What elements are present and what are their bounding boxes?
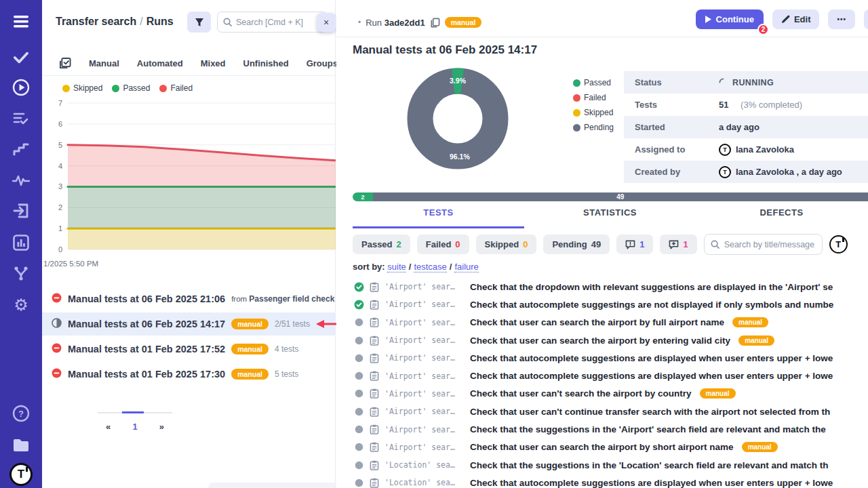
run-source: from Passenger field check xyxy=(231,294,334,304)
test-title[interactable]: Check that the suggestions in the 'Airpo… xyxy=(470,424,826,434)
test-list-item[interactable]: 'Location' sea… Check that the suggestio… xyxy=(336,456,868,474)
filter-pending-button[interactable]: Pending49 xyxy=(543,235,610,254)
run-tests-count: 5 tests xyxy=(275,369,298,379)
check-icon[interactable] xyxy=(12,49,30,66)
tab-manual[interactable]: Manual xyxy=(89,58,119,68)
folder-icon[interactable] xyxy=(12,436,30,454)
test-list-item[interactable]: 'Airport' sear… Check that the suggestio… xyxy=(336,420,868,438)
test-title[interactable]: Check that user can't search the airport… xyxy=(470,388,692,399)
run-list-item[interactable]: Manual tests at 06 Feb 2025 14:17 manual… xyxy=(42,312,336,336)
more-actions-button[interactable]: ••• xyxy=(828,9,855,29)
test-list-item[interactable]: 'Location' sea… Check that autocomplete … xyxy=(336,474,868,488)
legend-passed: Passed xyxy=(573,78,614,87)
tab-tests[interactable]: TESTS xyxy=(353,207,524,228)
test-suite-name: 'Airport' sear… xyxy=(384,425,465,434)
tests-search-input[interactable] xyxy=(724,240,816,249)
test-list-item[interactable]: 'Airport' sear… Check that user can't co… xyxy=(336,403,868,420)
help-icon[interactable]: ? xyxy=(12,405,30,422)
continue-button[interactable]: Continue 2 xyxy=(696,9,764,29)
test-list-item[interactable]: 'Airport' sear… Check that user can sear… xyxy=(336,331,868,349)
filter-skipped-button[interactable]: Skipped0 xyxy=(476,235,537,254)
search-close-button[interactable]: × xyxy=(317,13,336,32)
tab-mixed[interactable]: Mixed xyxy=(201,58,226,68)
branch-icon[interactable] xyxy=(12,265,30,283)
activity-icon[interactable] xyxy=(12,171,30,189)
test-list-item[interactable]: 'Airport' sear… Check that user can sear… xyxy=(336,439,868,456)
breadcrumb-project[interactable]: Transfer search xyxy=(56,16,136,27)
legend-passed[interactable]: Passed xyxy=(112,83,150,93)
run-list-item[interactable]: Manual tests at 06 Feb 2025 21:06 from P… xyxy=(42,287,336,310)
test-suite-name: 'Location' sea… xyxy=(384,478,465,487)
sort-by-suite[interactable]: suite xyxy=(387,262,406,272)
test-title[interactable]: Check that autocomplete suggestions are … xyxy=(470,478,833,488)
add-comment-button[interactable]: 1 xyxy=(660,235,696,254)
filter-comments-button[interactable]: 1 xyxy=(616,235,653,254)
sort-by-failure[interactable]: failure xyxy=(454,262,478,272)
filter-passed-button[interactable]: Passed2 xyxy=(353,235,410,254)
page-prev-button[interactable]: « xyxy=(106,422,111,432)
list-check-icon[interactable] xyxy=(12,110,30,127)
menu-icon[interactable] xyxy=(12,13,30,30)
test-title[interactable]: Check that user can't continue transfer … xyxy=(470,407,830,417)
pending-icon xyxy=(354,317,364,327)
test-title[interactable]: Check that autocomplete suggestions are … xyxy=(470,371,833,381)
test-title[interactable]: Check that the dropdown with relevant su… xyxy=(470,282,833,292)
sort-by-testcase[interactable]: testcase xyxy=(414,262,446,272)
progress-pending-segment: 49 xyxy=(373,192,868,201)
test-title[interactable]: Check that autocomplete suggestions are … xyxy=(470,353,833,363)
play-circle-icon[interactable] xyxy=(12,79,30,96)
run-type-badge: manual xyxy=(445,17,482,28)
runs-filter-tabs: Manual Automated Mixed Unfinished Groups xyxy=(42,52,336,76)
tests-list: 'Airport' sear… Check that the dropdown … xyxy=(336,278,868,488)
search-icon xyxy=(711,240,719,249)
tab-statistics[interactable]: STATISTICS xyxy=(524,207,696,228)
select-all-icon[interactable] xyxy=(60,58,71,69)
tab-automated[interactable]: Automated xyxy=(137,58,183,68)
page-number[interactable]: 1 xyxy=(132,422,137,432)
test-title[interactable]: Check that user can search the airport b… xyxy=(470,336,730,346)
tab-defects[interactable]: DEFECTS xyxy=(696,207,867,228)
clipped-action-button[interactable] xyxy=(864,9,868,29)
test-list-item[interactable]: 'Airport' sear… Check that user can't se… xyxy=(336,385,868,403)
gear-icon[interactable]: ⚙ xyxy=(12,296,30,314)
steps-icon[interactable] xyxy=(12,140,30,158)
tab-unfinished[interactable]: Unfinished xyxy=(243,58,289,68)
test-list-item[interactable]: 'Airport' sear… Check that user can sear… xyxy=(336,314,868,331)
test-suite-name: 'Airport' sear… xyxy=(384,371,465,381)
filter-failed-button[interactable]: Failed0 xyxy=(417,235,469,254)
test-title[interactable]: Check that user can search the airport b… xyxy=(470,317,724,327)
test-list-item[interactable]: 'Airport' sear… Check that autocomplete … xyxy=(336,296,868,313)
sign-in-icon[interactable] xyxy=(12,202,30,220)
workspace-avatar[interactable]: T xyxy=(9,463,33,486)
run-list-item[interactable]: Manual tests at 01 Feb 2025 17:52 manual… xyxy=(42,338,336,361)
info-row-tests: Tests 51 (3% completed) xyxy=(624,94,868,116)
test-title[interactable]: Check that autocomplete suggestings are … xyxy=(470,300,833,310)
test-title[interactable]: Check that the suggestions in the 'Locat… xyxy=(470,460,829,470)
svg-text:1: 1 xyxy=(58,224,62,232)
filter-button[interactable] xyxy=(187,12,211,33)
clipboard-icon xyxy=(370,407,379,417)
pending-icon xyxy=(354,388,364,399)
run-detail-panel: • Run 3ade2dd1 manual Continue 2 Edit ••… xyxy=(336,0,868,488)
app-sidebar: ⚙ ? T xyxy=(0,0,42,488)
runs-search-input[interactable] xyxy=(236,18,311,27)
edit-button[interactable]: Edit xyxy=(772,9,820,29)
copy-run-id-button[interactable] xyxy=(430,18,440,28)
test-title[interactable]: Check that user can search the airport b… xyxy=(470,442,734,452)
page-next-button[interactable]: » xyxy=(159,422,164,432)
test-type-badge: manual xyxy=(700,388,736,399)
bar-chart-icon[interactable] xyxy=(12,234,30,251)
run-list-item[interactable]: Manual tests at 01 Feb 2025 17:30 manual… xyxy=(42,363,336,386)
legend-failed: Failed xyxy=(573,93,614,102)
test-type-badge: manual xyxy=(732,317,768,327)
current-user-avatar[interactable]: T xyxy=(829,235,848,253)
test-list-item[interactable]: 'Airport' sear… Check that autocomplete … xyxy=(336,349,868,367)
run-list: Manual tests at 06 Feb 2025 21:06 from P… xyxy=(42,287,336,388)
tab-groups[interactable]: Groups xyxy=(307,58,338,68)
legend-skipped[interactable]: Skipped xyxy=(62,83,102,93)
breadcrumb: Transfer search/Runs xyxy=(56,16,174,28)
progress-passed-segment: 2 xyxy=(353,192,373,201)
test-list-item[interactable]: 'Airport' sear… Check that autocomplete … xyxy=(336,367,868,384)
legend-failed[interactable]: Failed xyxy=(159,83,193,93)
test-list-item[interactable]: 'Airport' sear… Check that the dropdown … xyxy=(336,278,868,296)
